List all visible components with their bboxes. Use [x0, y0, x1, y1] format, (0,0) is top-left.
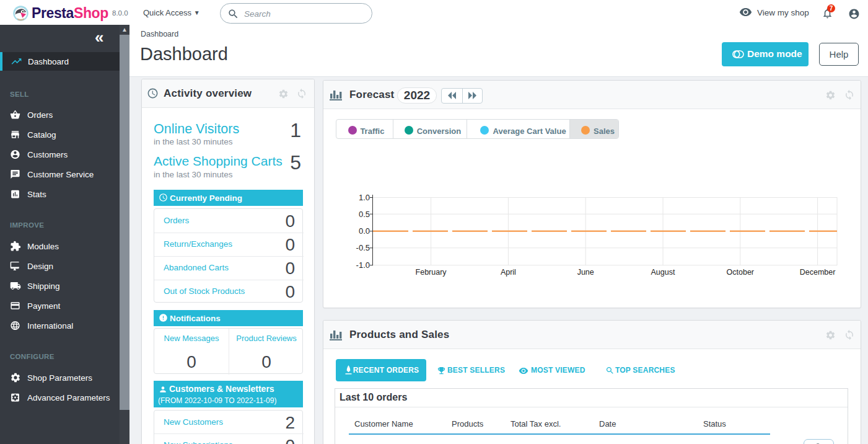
svg-text:0.0: 0.0: [359, 226, 370, 236]
svg-text:-0.5: -0.5: [356, 243, 370, 252]
svg-text:June: June: [577, 268, 594, 277]
svg-text:December: December: [800, 268, 836, 277]
svg-text:February: February: [416, 268, 447, 277]
svg-text:August: August: [651, 268, 675, 277]
svg-text:0.5: 0.5: [359, 210, 370, 219]
svg-text:October: October: [727, 268, 754, 277]
svg-text:-1.0: -1.0: [356, 260, 370, 270]
svg-text:1.0: 1.0: [359, 193, 370, 202]
svg-text:April: April: [501, 268, 516, 277]
